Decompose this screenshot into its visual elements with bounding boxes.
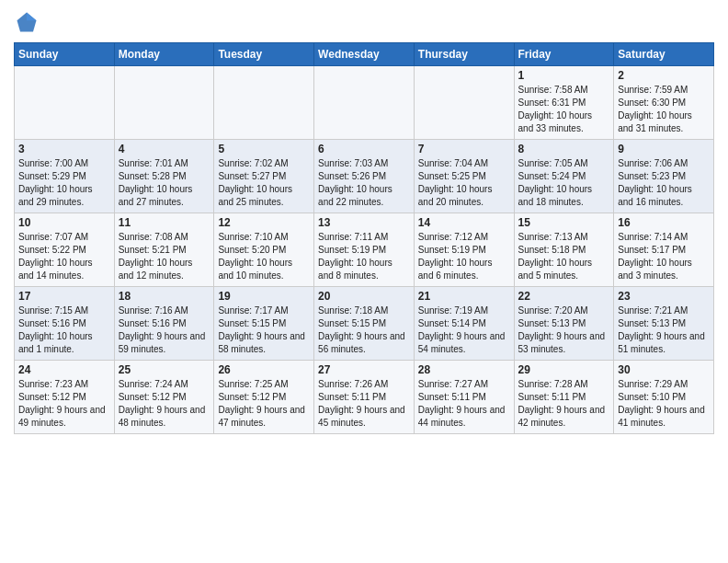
day-info: Sunrise: 7:13 AM Sunset: 5:18 PM Dayligh…	[518, 231, 610, 282]
week-row-1: 3Sunrise: 7:00 AM Sunset: 5:29 PM Daylig…	[15, 140, 714, 213]
day-cell: 24Sunrise: 7:23 AM Sunset: 5:12 PM Dayli…	[15, 361, 115, 434]
day-cell: 21Sunrise: 7:19 AM Sunset: 5:14 PM Dayli…	[414, 287, 514, 361]
day-info: Sunrise: 7:27 AM Sunset: 5:11 PM Dayligh…	[418, 378, 510, 430]
day-info: Sunrise: 7:29 AM Sunset: 5:10 PM Dayligh…	[618, 378, 710, 430]
day-info: Sunrise: 7:25 AM Sunset: 5:12 PM Dayligh…	[218, 378, 310, 430]
day-cell: 18Sunrise: 7:16 AM Sunset: 5:16 PM Dayli…	[114, 287, 214, 361]
day-info: Sunrise: 7:26 AM Sunset: 5:11 PM Dayligh…	[318, 378, 410, 430]
day-number: 9	[618, 143, 710, 155]
day-info: Sunrise: 7:10 AM Sunset: 5:20 PM Dayligh…	[218, 231, 310, 282]
day-info: Sunrise: 7:28 AM Sunset: 5:11 PM Dayligh…	[518, 378, 610, 430]
day-number: 3	[18, 143, 110, 155]
day-info: Sunrise: 7:04 AM Sunset: 5:25 PM Dayligh…	[418, 157, 510, 209]
weekday-header-friday: Friday	[514, 43, 614, 66]
day-cell: 7Sunrise: 7:04 AM Sunset: 5:25 PM Daylig…	[414, 140, 514, 213]
day-info: Sunrise: 7:59 AM Sunset: 6:30 PM Dayligh…	[618, 84, 710, 135]
day-number: 23	[618, 290, 710, 303]
week-row-4: 24Sunrise: 7:23 AM Sunset: 5:12 PM Dayli…	[15, 361, 714, 434]
weekday-header-wednesday: Wednesday	[314, 43, 415, 66]
day-info: Sunrise: 7:11 AM Sunset: 5:19 PM Dayligh…	[318, 231, 410, 282]
day-cell: 16Sunrise: 7:14 AM Sunset: 5:17 PM Dayli…	[614, 213, 714, 287]
day-cell: 9Sunrise: 7:06 AM Sunset: 5:23 PM Daylig…	[614, 140, 714, 213]
day-cell	[314, 66, 415, 140]
day-number: 19	[218, 290, 310, 303]
day-cell: 20Sunrise: 7:18 AM Sunset: 5:15 PM Dayli…	[314, 287, 415, 361]
day-number: 24	[18, 363, 110, 376]
day-cell: 29Sunrise: 7:28 AM Sunset: 5:11 PM Dayli…	[514, 361, 614, 434]
day-info: Sunrise: 7:15 AM Sunset: 5:16 PM Dayligh…	[18, 304, 110, 356]
svg-marker-1	[27, 13, 37, 21]
day-info: Sunrise: 7:05 AM Sunset: 5:24 PM Dayligh…	[518, 157, 610, 209]
day-cell: 25Sunrise: 7:24 AM Sunset: 5:12 PM Dayli…	[114, 361, 214, 434]
day-number: 30	[618, 363, 710, 376]
day-cell: 28Sunrise: 7:27 AM Sunset: 5:11 PM Dayli…	[414, 361, 514, 434]
day-info: Sunrise: 7:24 AM Sunset: 5:12 PM Dayligh…	[119, 378, 210, 430]
day-number: 4	[119, 143, 210, 155]
day-number: 20	[318, 290, 410, 303]
day-cell: 2Sunrise: 7:59 AM Sunset: 6:30 PM Daylig…	[614, 66, 714, 140]
day-info: Sunrise: 7:12 AM Sunset: 5:19 PM Dayligh…	[418, 231, 510, 282]
day-cell: 3Sunrise: 7:00 AM Sunset: 5:29 PM Daylig…	[15, 140, 115, 213]
day-number: 25	[119, 363, 210, 376]
day-number: 28	[418, 363, 510, 376]
day-cell: 8Sunrise: 7:05 AM Sunset: 5:24 PM Daylig…	[514, 140, 614, 213]
day-number: 2	[618, 69, 710, 82]
weekday-header-tuesday: Tuesday	[214, 43, 314, 66]
day-cell: 10Sunrise: 7:07 AM Sunset: 5:22 PM Dayli…	[15, 213, 115, 287]
day-info: Sunrise: 7:06 AM Sunset: 5:23 PM Dayligh…	[618, 157, 710, 209]
day-number: 26	[218, 363, 310, 376]
day-cell: 30Sunrise: 7:29 AM Sunset: 5:10 PM Dayli…	[614, 361, 714, 434]
day-number: 8	[518, 143, 610, 155]
day-cell	[114, 66, 214, 140]
day-cell: 27Sunrise: 7:26 AM Sunset: 5:11 PM Dayli…	[314, 361, 415, 434]
weekday-header-saturday: Saturday	[614, 43, 714, 66]
logo	[14, 9, 43, 35]
day-number: 29	[518, 363, 610, 376]
day-number: 16	[618, 216, 710, 229]
day-cell	[15, 66, 115, 140]
day-number: 7	[418, 143, 510, 155]
day-info: Sunrise: 7:16 AM Sunset: 5:16 PM Dayligh…	[119, 304, 210, 356]
week-row-3: 17Sunrise: 7:15 AM Sunset: 5:16 PM Dayli…	[15, 287, 714, 361]
calendar-table: SundayMondayTuesdayWednesdayThursdayFrid…	[14, 42, 714, 434]
day-number: 14	[418, 216, 510, 229]
day-cell: 17Sunrise: 7:15 AM Sunset: 5:16 PM Dayli…	[15, 287, 115, 361]
day-number: 5	[218, 143, 310, 155]
day-info: Sunrise: 7:02 AM Sunset: 5:27 PM Dayligh…	[218, 157, 310, 209]
day-number: 12	[218, 216, 310, 229]
day-info: Sunrise: 7:18 AM Sunset: 5:15 PM Dayligh…	[318, 304, 410, 356]
day-number: 11	[119, 216, 210, 229]
day-cell: 5Sunrise: 7:02 AM Sunset: 5:27 PM Daylig…	[214, 140, 314, 213]
day-info: Sunrise: 7:58 AM Sunset: 6:31 PM Dayligh…	[518, 84, 610, 135]
day-number: 10	[18, 216, 110, 229]
day-info: Sunrise: 7:07 AM Sunset: 5:22 PM Dayligh…	[18, 231, 110, 282]
day-cell: 13Sunrise: 7:11 AM Sunset: 5:19 PM Dayli…	[314, 213, 415, 287]
logo-icon	[14, 9, 40, 35]
page-header	[14, 9, 714, 35]
day-number: 18	[119, 290, 210, 303]
day-info: Sunrise: 7:14 AM Sunset: 5:17 PM Dayligh…	[618, 231, 710, 282]
day-number: 17	[18, 290, 110, 303]
day-info: Sunrise: 7:03 AM Sunset: 5:26 PM Dayligh…	[318, 157, 410, 209]
day-cell: 14Sunrise: 7:12 AM Sunset: 5:19 PM Dayli…	[414, 213, 514, 287]
day-cell: 23Sunrise: 7:21 AM Sunset: 5:13 PM Dayli…	[614, 287, 714, 361]
day-cell	[414, 66, 514, 140]
calendar-body: 1Sunrise: 7:58 AM Sunset: 6:31 PM Daylig…	[15, 66, 714, 434]
day-cell: 15Sunrise: 7:13 AM Sunset: 5:18 PM Dayli…	[514, 213, 614, 287]
day-number: 13	[318, 216, 410, 229]
weekday-header-thursday: Thursday	[414, 43, 514, 66]
day-cell: 6Sunrise: 7:03 AM Sunset: 5:26 PM Daylig…	[314, 140, 415, 213]
day-number: 6	[318, 143, 410, 155]
weekday-header-sunday: Sunday	[15, 43, 115, 66]
day-info: Sunrise: 7:19 AM Sunset: 5:14 PM Dayligh…	[418, 304, 510, 356]
day-cell: 4Sunrise: 7:01 AM Sunset: 5:28 PM Daylig…	[114, 140, 214, 213]
day-cell: 19Sunrise: 7:17 AM Sunset: 5:15 PM Dayli…	[214, 287, 314, 361]
day-number: 27	[318, 363, 410, 376]
day-number: 15	[518, 216, 610, 229]
day-cell: 11Sunrise: 7:08 AM Sunset: 5:21 PM Dayli…	[114, 213, 214, 287]
day-info: Sunrise: 7:08 AM Sunset: 5:21 PM Dayligh…	[119, 231, 210, 282]
day-info: Sunrise: 7:21 AM Sunset: 5:13 PM Dayligh…	[618, 304, 710, 356]
day-info: Sunrise: 7:00 AM Sunset: 5:29 PM Dayligh…	[18, 157, 110, 209]
day-cell: 1Sunrise: 7:58 AM Sunset: 6:31 PM Daylig…	[514, 66, 614, 140]
day-cell: 26Sunrise: 7:25 AM Sunset: 5:12 PM Dayli…	[214, 361, 314, 434]
